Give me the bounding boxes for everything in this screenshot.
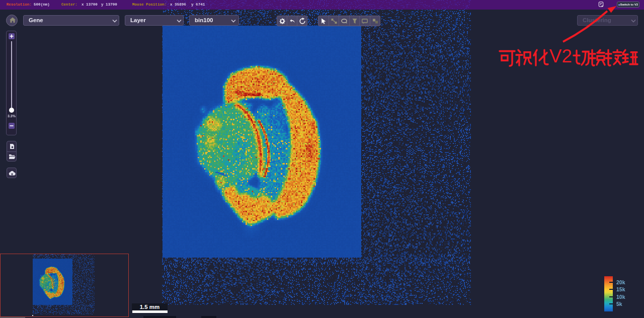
svg-text:V2: V2 [549,46,572,66]
